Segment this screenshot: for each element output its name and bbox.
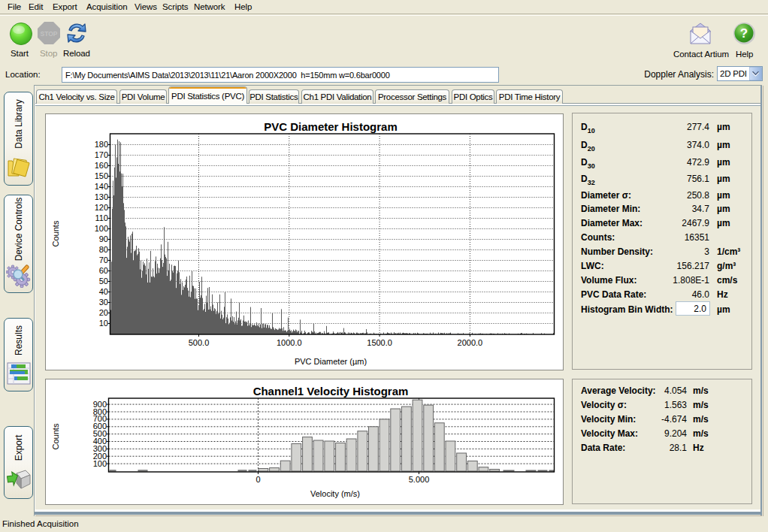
svg-text:Counts: Counts — [51, 220, 60, 246]
svg-text:Counts: Counts — [51, 423, 60, 449]
svg-text:5.000: 5.000 — [409, 475, 430, 484]
svg-text:STOP: STOP — [41, 30, 58, 38]
svg-text:130: 130 — [95, 192, 108, 201]
svg-text:Channel1 Velocity Histogram: Channel1 Velocity Histogram — [253, 385, 409, 397]
svg-text:50: 50 — [99, 277, 108, 286]
svg-text:900: 900 — [93, 400, 107, 409]
svg-text:40: 40 — [99, 287, 108, 296]
svg-text:170: 170 — [95, 150, 108, 159]
svg-text:60: 60 — [99, 266, 108, 275]
svg-text:160: 160 — [95, 161, 108, 170]
svg-text:1500.0: 1500.0 — [367, 338, 392, 347]
svg-text:150: 150 — [95, 171, 108, 180]
svg-text:PVC Diameter Histogram: PVC Diameter Histogram — [264, 120, 398, 133]
svg-text:180: 180 — [95, 140, 108, 149]
svg-text:1000.0: 1000.0 — [277, 338, 302, 347]
svg-text:70: 70 — [99, 255, 108, 264]
svg-text:30: 30 — [99, 298, 108, 307]
svg-text:0: 0 — [255, 475, 260, 484]
svg-text:10: 10 — [99, 319, 108, 328]
svg-text:?: ? — [740, 26, 748, 41]
svg-text:20: 20 — [99, 308, 108, 317]
svg-text:PVC Diameter (µm): PVC Diameter (µm) — [295, 357, 367, 366]
svg-text:Velocity (m/s): Velocity (m/s) — [310, 489, 360, 498]
svg-text:90: 90 — [99, 234, 108, 243]
svg-text:140: 140 — [95, 182, 108, 191]
svg-text:2000.0: 2000.0 — [458, 338, 483, 347]
svg-text:100: 100 — [95, 224, 108, 233]
svg-text:110: 110 — [95, 213, 108, 222]
svg-text:500.0: 500.0 — [189, 338, 210, 347]
svg-text:120: 120 — [95, 203, 108, 212]
svg-text:80: 80 — [99, 245, 108, 254]
